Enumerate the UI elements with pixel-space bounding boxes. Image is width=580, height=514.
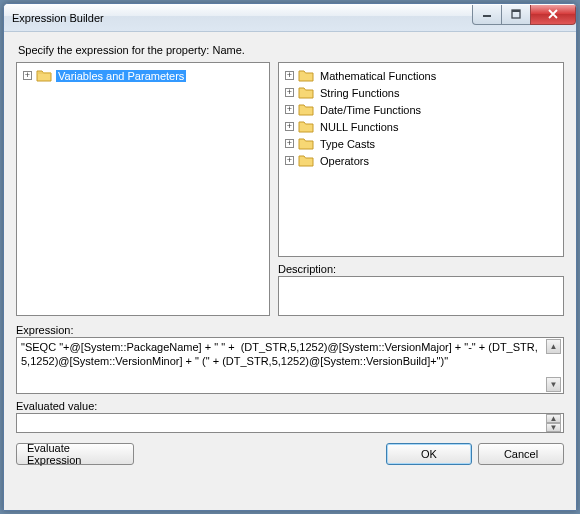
folder-icon bbox=[298, 120, 314, 133]
expression-input[interactable]: "SEQC "+@[System::PackageName] + " " + (… bbox=[16, 337, 564, 394]
expression-text: "SEQC "+@[System::PackageName] + " " + (… bbox=[21, 340, 545, 368]
tree-item-label: Operators bbox=[318, 155, 371, 167]
expression-label: Expression: bbox=[16, 324, 564, 336]
tree-item-label: String Functions bbox=[318, 87, 401, 99]
ok-button[interactable]: OK bbox=[386, 443, 472, 465]
svg-rect-2 bbox=[512, 10, 520, 12]
scroll-up-icon[interactable]: ▲ bbox=[546, 414, 561, 423]
tree-item-label: Type Casts bbox=[318, 138, 377, 150]
expand-icon[interactable]: + bbox=[285, 105, 294, 114]
folder-icon bbox=[298, 103, 314, 116]
folder-icon bbox=[298, 137, 314, 150]
maximize-button[interactable] bbox=[501, 5, 531, 25]
folder-icon bbox=[298, 86, 314, 99]
expand-icon[interactable]: + bbox=[285, 156, 294, 165]
evaluated-value-box: ▲ ▼ bbox=[16, 413, 564, 433]
scroll-down-icon[interactable]: ▼ bbox=[546, 377, 561, 392]
close-button[interactable] bbox=[530, 5, 576, 25]
expand-icon[interactable]: + bbox=[285, 88, 294, 97]
tree-item-variables[interactable]: + Variables and Parameters bbox=[19, 67, 267, 84]
cancel-button[interactable]: Cancel bbox=[478, 443, 564, 465]
svg-rect-0 bbox=[483, 15, 491, 17]
tree-item-label: Date/Time Functions bbox=[318, 104, 423, 116]
expand-icon[interactable]: + bbox=[285, 71, 294, 80]
tree-item-math[interactable]: + Mathematical Functions bbox=[281, 67, 561, 84]
scroll-down-icon[interactable]: ▼ bbox=[546, 423, 561, 432]
button-label: OK bbox=[421, 448, 437, 460]
button-label: Evaluate Expression bbox=[27, 442, 123, 466]
expand-icon[interactable]: + bbox=[285, 139, 294, 148]
button-label: Cancel bbox=[504, 448, 538, 460]
variables-tree-pane[interactable]: + Variables and Parameters bbox=[16, 62, 270, 316]
folder-icon bbox=[298, 69, 314, 82]
tree-item-label: Variables and Parameters bbox=[56, 70, 186, 82]
folder-icon bbox=[298, 154, 314, 167]
folder-icon bbox=[36, 69, 52, 82]
tree-item-null[interactable]: + NULL Functions bbox=[281, 118, 561, 135]
titlebar: Expression Builder bbox=[4, 4, 576, 32]
tree-item-string[interactable]: + String Functions bbox=[281, 84, 561, 101]
expression-builder-window: Expression Builder Specify the expressio… bbox=[3, 3, 577, 511]
tree-item-label: Mathematical Functions bbox=[318, 70, 438, 82]
tree-item-datetime[interactable]: + Date/Time Functions bbox=[281, 101, 561, 118]
minimize-button[interactable] bbox=[472, 5, 502, 25]
tree-item-label: NULL Functions bbox=[318, 121, 400, 133]
window-title: Expression Builder bbox=[12, 12, 473, 24]
instruction-text: Specify the expression for the property:… bbox=[18, 44, 564, 56]
description-box bbox=[278, 276, 564, 316]
expand-icon[interactable]: + bbox=[23, 71, 32, 80]
tree-item-operators[interactable]: + Operators bbox=[281, 152, 561, 169]
tree-item-typecasts[interactable]: + Type Casts bbox=[281, 135, 561, 152]
description-label: Description: bbox=[278, 263, 564, 275]
scroll-up-icon[interactable]: ▲ bbox=[546, 339, 561, 354]
evaluate-expression-button[interactable]: Evaluate Expression bbox=[16, 443, 134, 465]
evaluated-label: Evaluated value: bbox=[16, 400, 564, 412]
expand-icon[interactable]: + bbox=[285, 122, 294, 131]
functions-tree-pane[interactable]: + Mathematical Functions + String Functi… bbox=[278, 62, 564, 257]
